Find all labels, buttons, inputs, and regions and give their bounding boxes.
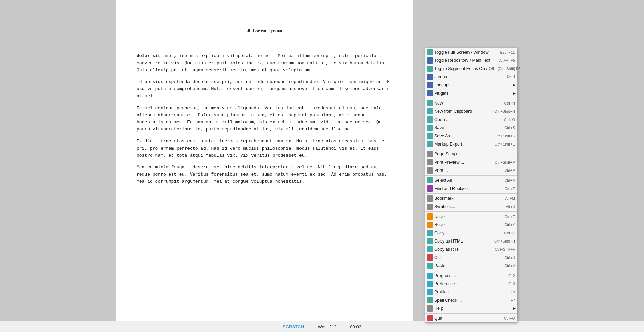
menu-item-copy-rtf[interactable]: Copy as RTFCtrl+Shift+F <box>425 245 517 253</box>
menu-item-icon <box>427 133 433 139</box>
editor-content[interactable]: # Lorem ipsum dolor sit amet, inermis ex… <box>137 14 393 204</box>
menu-item-cut[interactable]: CutCtrl+X <box>425 253 517 262</box>
menu-separator <box>425 175 517 176</box>
menu-item-select-all[interactable]: Select AllCtrl+A <box>425 176 517 184</box>
menu-item-shortcut: Ctrl+P <box>504 168 515 172</box>
menu-item-print[interactable]: Print ...Ctrl+P <box>425 166 517 175</box>
menu-item-label: Cut <box>434 255 501 260</box>
menu-item-find-replace[interactable]: Find and Replace ...Ctrl+F <box>425 184 517 193</box>
menu-item-symbols[interactable]: Symbols ...Alt+X <box>425 203 517 211</box>
menu-item-shortcut: Alt+X <box>506 205 515 209</box>
menu-item-icon <box>427 222 433 228</box>
editor-paragraphs: dolor sit amet, inermis explicari vitupe… <box>137 53 393 185</box>
menu-item-undo[interactable]: UndoCtrl+Z <box>425 212 517 221</box>
menu-item-icon <box>427 151 433 157</box>
menu-item-label: Symbols ... <box>434 204 502 209</box>
menu-item-shortcut: Ctrl+C <box>504 231 515 235</box>
menu-item-page-setup[interactable]: Page Setup ... <box>425 150 517 158</box>
menu-item-label: Markup Export ... <box>434 142 491 147</box>
menu-item-shortcut: Ctrl+F <box>505 186 515 191</box>
menu-item-icon <box>427 185 433 192</box>
menu-item-label: Bookmark <box>434 196 502 201</box>
menu-item-progress[interactable]: Progress ...F12 <box>425 272 517 280</box>
menu-item-label: Toggle Segment Focus On / Off <box>434 66 494 71</box>
menu-item-preferences[interactable]: Preferences ...F10 <box>425 280 517 288</box>
menu-item-new-clipboard[interactable]: New from ClipboardCtrl+Shift+N <box>425 107 517 115</box>
menu-item-label: Paste <box>434 263 501 268</box>
menu-item-shortcut: Ctrl+O <box>504 117 515 122</box>
context-menu[interactable]: Toggle Full Screen / WindowEsc, F11Toggl… <box>425 48 517 323</box>
menu-separator <box>425 98 517 98</box>
menu-item-icon <box>427 230 433 236</box>
menu-item-open[interactable]: Open ...Ctrl+O <box>425 115 517 124</box>
menu-item-new[interactable]: NewCtrl+N <box>425 99 517 107</box>
editor-paragraph: Ex dicit tractatos eum, partem inermis r… <box>137 138 393 159</box>
menu-item-icon <box>427 57 433 64</box>
menu-item-label: Page Setup ... <box>434 152 515 156</box>
editor-paragraph: Ea mel denique perpetua, an mea vide ali… <box>137 105 393 133</box>
menu-item-label: Spell Check ... <box>434 298 507 303</box>
menu-item-print-preview[interactable]: Print Preview ...Ctrl+Shift+P <box>425 158 517 166</box>
menu-item-label: New from Clipboard <box>434 109 491 114</box>
menu-item-shortcut: Ctrl+Shift+S <box>495 134 515 138</box>
menu-item-jumps[interactable]: Jumps ...Alt+J <box>425 73 517 81</box>
menu-item-icon <box>427 116 433 123</box>
menu-item-bookmark[interactable]: BookmarkAlt+M <box>425 194 517 203</box>
menu-item-label: Plugins <box>434 91 515 96</box>
menu-item-save[interactable]: SaveCtrl+S <box>425 124 517 132</box>
menu-item-label: Copy as HTML <box>434 239 491 244</box>
menu-item-shortcut: Ctrl+V <box>504 264 515 268</box>
menu-item-shortcut: Ctrl+X <box>504 255 515 260</box>
menu-item-icon <box>427 289 433 295</box>
menu-item-shortcut: F10 <box>508 282 515 286</box>
menu-item-label: Print Preview ... <box>434 160 491 165</box>
editor-container[interactable]: # Lorem ipsum dolor sit amet, inermis ex… <box>116 0 413 321</box>
menu-item-shortcut: F7 <box>510 298 515 302</box>
menu-item-icon <box>427 297 433 303</box>
menu-item-shortcut: Ctrl+N <box>504 101 515 105</box>
menu-item-icon <box>427 66 433 72</box>
menu-item-label: Copy <box>434 231 501 235</box>
menu-item-label: New <box>434 101 501 106</box>
menu-item-label: Profiles ... <box>434 290 507 294</box>
menu-item-markup-export[interactable]: Markup Export ...Ctrl+Shift+E <box>425 140 517 148</box>
menu-item-shortcut: Ctrl+Shift+P <box>495 160 515 164</box>
menu-item-label: Toggle Repository / Main Text <box>434 58 496 63</box>
menu-separator <box>425 193 517 194</box>
menu-item-quit[interactable]: QuitCtrl+Q <box>425 314 517 322</box>
menu-item-redo[interactable]: RedoCtrl+Y <box>425 221 517 229</box>
menu-item-label: Undo <box>434 214 501 219</box>
menu-item-icon <box>427 159 433 165</box>
menu-item-shortcut: Ctrl+S <box>504 126 515 130</box>
menu-item-shortcut: Ctrl+Q <box>504 316 515 320</box>
menu-item-paste[interactable]: PasteCtrl+V <box>425 262 517 270</box>
menu-item-label: Help <box>434 306 515 311</box>
menu-item-save-as[interactable]: Save As ...Ctrl+Shift+S <box>425 132 517 140</box>
menu-item-toggle-fullscreen[interactable]: Toggle Full Screen / WindowEsc, F11 <box>425 48 517 56</box>
menu-item-label: Jumps ... <box>434 74 503 79</box>
menu-item-shortcut: Ctrl+Shift+N <box>494 109 515 113</box>
menu-item-icon <box>427 74 433 80</box>
editor-title: # Lorem ipsum <box>137 28 393 35</box>
menu-item-shortcut: Alt+J <box>506 75 515 79</box>
menu-item-shortcut: Ctrl+Shift+F <box>495 247 515 251</box>
editor-paragraph: Id persius expetenda deseruisse pri, per… <box>137 79 393 100</box>
menu-item-help[interactable]: Help <box>425 304 517 313</box>
menu-item-copy[interactable]: CopyCtrl+C <box>425 229 517 237</box>
menu-item-shortcut: F9 <box>510 290 515 294</box>
menu-item-shortcut: Ctrl+Z <box>505 215 515 219</box>
menu-item-icon <box>427 49 433 55</box>
menu-item-toggle-segment[interactable]: Toggle Segment Focus On / Off[Ctrl, Shif… <box>425 65 517 73</box>
menu-item-label: Lookups <box>434 83 515 87</box>
menu-item-shortcut: Alt+R, F5 <box>499 58 515 63</box>
menu-item-toggle-repository[interactable]: Toggle Repository / Main TextAlt+R, F5 <box>425 56 517 65</box>
menu-item-profiles[interactable]: Profiles ...F9 <box>425 288 517 296</box>
menu-item-copy-html[interactable]: Copy as HTMLCtrl+Shift+H <box>425 237 517 245</box>
menu-item-label: Print ... <box>434 168 501 173</box>
menu-item-icon <box>427 315 433 321</box>
menu-item-label: Select All <box>434 178 501 183</box>
menu-item-plugins[interactable]: Plugins <box>425 89 517 97</box>
menu-item-icon <box>427 238 433 244</box>
menu-item-lookups[interactable]: Lookups <box>425 81 517 89</box>
menu-item-spell-check[interactable]: Spell Check ...F7 <box>425 296 517 304</box>
